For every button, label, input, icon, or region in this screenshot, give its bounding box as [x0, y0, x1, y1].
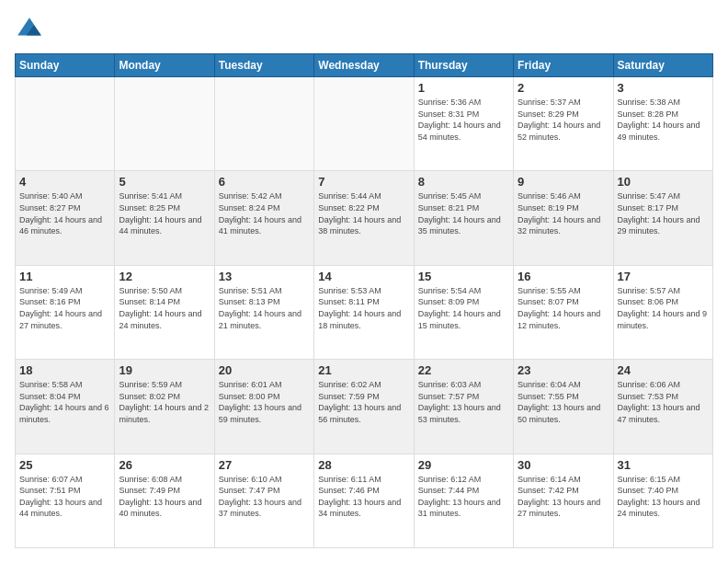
date-number: 4	[19, 175, 110, 189]
cell-info: Sunrise: 5:40 AM Sunset: 8:27 PM Dayligh…	[19, 190, 110, 236]
cell-info: Sunrise: 6:08 AM Sunset: 7:49 PM Dayligh…	[119, 474, 210, 520]
date-number: 19	[119, 363, 210, 377]
date-number: 7	[318, 175, 409, 189]
cell-info: Sunrise: 5:44 AM Sunset: 8:22 PM Dayligh…	[318, 190, 409, 236]
date-number: 30	[518, 458, 609, 472]
cal-cell: 29Sunrise: 6:12 AM Sunset: 7:44 PM Dayli…	[414, 454, 513, 547]
cell-info: Sunrise: 5:41 AM Sunset: 8:25 PM Dayligh…	[119, 190, 210, 236]
day-header-wednesday: Wednesday	[314, 54, 414, 77]
cell-info: Sunrise: 6:10 AM Sunset: 7:47 PM Dayligh…	[219, 474, 310, 520]
calendar-body: 1Sunrise: 5:36 AM Sunset: 8:31 PM Daylig…	[16, 77, 713, 548]
cell-info: Sunrise: 6:02 AM Sunset: 7:59 PM Dayligh…	[318, 379, 409, 425]
week-row-4: 25Sunrise: 6:07 AM Sunset: 7:51 PM Dayli…	[16, 454, 713, 547]
date-number: 2	[518, 81, 609, 95]
cell-info: Sunrise: 5:54 AM Sunset: 8:09 PM Dayligh…	[418, 285, 509, 331]
cal-cell: 9Sunrise: 5:46 AM Sunset: 8:19 PM Daylig…	[514, 171, 613, 265]
cell-info: Sunrise: 5:47 AM Sunset: 8:17 PM Dayligh…	[618, 190, 709, 236]
week-row-2: 11Sunrise: 5:49 AM Sunset: 8:16 PM Dayli…	[16, 265, 713, 359]
date-number: 12	[119, 270, 210, 283]
cell-info: Sunrise: 5:58 AM Sunset: 8:04 PM Dayligh…	[19, 379, 110, 425]
calendar-table: SundayMondayTuesdayWednesdayThursdayFrid…	[15, 53, 713, 548]
cell-info: Sunrise: 5:45 AM Sunset: 8:21 PM Dayligh…	[418, 190, 509, 236]
day-header-sunday: Sunday	[16, 54, 115, 77]
cal-cell: 12Sunrise: 5:50 AM Sunset: 8:14 PM Dayli…	[115, 265, 214, 359]
cal-cell	[16, 77, 115, 171]
date-number: 9	[518, 175, 609, 189]
cell-info: Sunrise: 6:15 AM Sunset: 7:40 PM Dayligh…	[618, 474, 709, 520]
date-number: 1	[418, 81, 509, 95]
calendar-header-row: SundayMondayTuesdayWednesdayThursdayFrid…	[16, 54, 713, 77]
date-number: 27	[219, 458, 310, 472]
date-number: 17	[618, 270, 709, 283]
cal-cell: 4Sunrise: 5:40 AM Sunset: 8:27 PM Daylig…	[16, 171, 115, 265]
cal-cell: 7Sunrise: 5:44 AM Sunset: 8:22 PM Daylig…	[314, 171, 414, 265]
cal-cell: 23Sunrise: 6:04 AM Sunset: 7:55 PM Dayli…	[514, 360, 613, 454]
cal-cell: 16Sunrise: 5:55 AM Sunset: 8:07 PM Dayli…	[514, 265, 613, 359]
cell-info: Sunrise: 5:50 AM Sunset: 8:14 PM Dayligh…	[119, 285, 210, 331]
cell-info: Sunrise: 5:59 AM Sunset: 8:02 PM Dayligh…	[119, 379, 210, 425]
date-number: 31	[618, 458, 709, 472]
date-number: 26	[119, 458, 210, 472]
cal-cell: 8Sunrise: 5:45 AM Sunset: 8:21 PM Daylig…	[414, 171, 513, 265]
day-header-thursday: Thursday	[414, 54, 513, 77]
cal-cell: 6Sunrise: 5:42 AM Sunset: 8:24 PM Daylig…	[214, 171, 313, 265]
logo-icon	[15, 15, 44, 44]
page: SundayMondayTuesdayWednesdayThursdayFrid…	[0, 0, 728, 563]
date-number: 24	[618, 363, 709, 377]
cal-cell: 17Sunrise: 5:57 AM Sunset: 8:06 PM Dayli…	[613, 265, 712, 359]
cal-cell: 30Sunrise: 6:14 AM Sunset: 7:42 PM Dayli…	[514, 454, 613, 547]
cal-cell: 10Sunrise: 5:47 AM Sunset: 8:17 PM Dayli…	[613, 171, 712, 265]
cal-cell: 22Sunrise: 6:03 AM Sunset: 7:57 PM Dayli…	[414, 360, 513, 454]
date-number: 5	[119, 175, 210, 189]
cal-cell: 1Sunrise: 5:36 AM Sunset: 8:31 PM Daylig…	[414, 77, 513, 171]
cal-cell: 5Sunrise: 5:41 AM Sunset: 8:25 PM Daylig…	[115, 171, 214, 265]
day-header-friday: Friday	[514, 54, 613, 77]
date-number: 28	[318, 458, 409, 472]
cal-cell: 2Sunrise: 5:37 AM Sunset: 8:29 PM Daylig…	[514, 77, 613, 171]
cal-cell: 19Sunrise: 5:59 AM Sunset: 8:02 PM Dayli…	[115, 360, 214, 454]
cal-cell: 21Sunrise: 6:02 AM Sunset: 7:59 PM Dayli…	[314, 360, 414, 454]
cell-info: Sunrise: 5:53 AM Sunset: 8:11 PM Dayligh…	[318, 285, 409, 331]
cal-cell: 27Sunrise: 6:10 AM Sunset: 7:47 PM Dayli…	[214, 454, 313, 547]
cal-cell: 14Sunrise: 5:53 AM Sunset: 8:11 PM Dayli…	[314, 265, 414, 359]
cal-cell: 13Sunrise: 5:51 AM Sunset: 8:13 PM Dayli…	[214, 265, 313, 359]
cell-info: Sunrise: 5:46 AM Sunset: 8:19 PM Dayligh…	[518, 190, 609, 236]
date-number: 29	[418, 458, 509, 472]
cal-cell: 24Sunrise: 6:06 AM Sunset: 7:53 PM Dayli…	[613, 360, 712, 454]
cell-info: Sunrise: 5:36 AM Sunset: 8:31 PM Dayligh…	[418, 97, 509, 143]
day-header-tuesday: Tuesday	[214, 54, 313, 77]
date-number: 16	[518, 270, 609, 283]
date-number: 10	[618, 175, 709, 189]
week-row-3: 18Sunrise: 5:58 AM Sunset: 8:04 PM Dayli…	[16, 360, 713, 454]
date-number: 22	[418, 363, 509, 377]
date-number: 13	[219, 270, 310, 283]
date-number: 23	[518, 363, 609, 377]
cell-info: Sunrise: 6:03 AM Sunset: 7:57 PM Dayligh…	[418, 379, 509, 425]
cell-info: Sunrise: 6:11 AM Sunset: 7:46 PM Dayligh…	[318, 474, 409, 520]
cal-cell: 11Sunrise: 5:49 AM Sunset: 8:16 PM Dayli…	[16, 265, 115, 359]
date-number: 15	[418, 270, 509, 283]
cal-cell: 26Sunrise: 6:08 AM Sunset: 7:49 PM Dayli…	[115, 454, 214, 547]
cal-cell: 3Sunrise: 5:38 AM Sunset: 8:28 PM Daylig…	[613, 77, 712, 171]
date-number: 25	[19, 458, 110, 472]
date-number: 14	[318, 270, 409, 283]
date-number: 18	[19, 363, 110, 377]
cal-cell: 15Sunrise: 5:54 AM Sunset: 8:09 PM Dayli…	[414, 265, 513, 359]
cell-info: Sunrise: 5:49 AM Sunset: 8:16 PM Dayligh…	[19, 285, 110, 331]
cell-info: Sunrise: 5:38 AM Sunset: 8:28 PM Dayligh…	[618, 97, 709, 143]
day-header-monday: Monday	[115, 54, 214, 77]
cell-info: Sunrise: 6:06 AM Sunset: 7:53 PM Dayligh…	[618, 379, 709, 425]
day-header-saturday: Saturday	[613, 54, 712, 77]
cell-info: Sunrise: 5:42 AM Sunset: 8:24 PM Dayligh…	[219, 190, 310, 236]
cell-info: Sunrise: 6:01 AM Sunset: 8:00 PM Dayligh…	[219, 379, 310, 425]
cell-info: Sunrise: 5:37 AM Sunset: 8:29 PM Dayligh…	[518, 97, 609, 143]
cal-cell	[314, 77, 414, 171]
week-row-0: 1Sunrise: 5:36 AM Sunset: 8:31 PM Daylig…	[16, 77, 713, 171]
cell-info: Sunrise: 6:14 AM Sunset: 7:42 PM Dayligh…	[518, 474, 609, 520]
header	[15, 15, 713, 44]
week-row-1: 4Sunrise: 5:40 AM Sunset: 8:27 PM Daylig…	[16, 171, 713, 265]
cal-cell: 28Sunrise: 6:11 AM Sunset: 7:46 PM Dayli…	[314, 454, 414, 547]
date-number: 20	[219, 363, 310, 377]
date-number: 8	[418, 175, 509, 189]
date-number: 11	[19, 270, 110, 283]
